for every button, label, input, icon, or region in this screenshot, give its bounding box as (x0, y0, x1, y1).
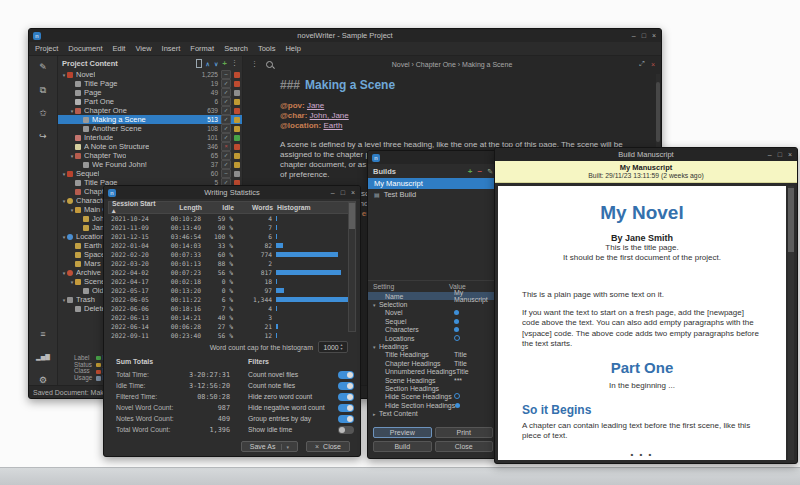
menu-item-view[interactable]: View (135, 44, 151, 53)
include-checkbox[interactable]: ✓ (221, 106, 231, 115)
documents-icon[interactable]: ⧉ (40, 85, 46, 95)
meta-value[interactable]: Earth (323, 121, 342, 130)
column-header-length[interactable]: Length (160, 204, 206, 211)
stats-row[interactable]: 2022-06-1400:06:2827 %21 (108, 322, 356, 331)
setting-row[interactable]: Hide Section Headings (368, 401, 498, 409)
stats-row[interactable]: 2022-02-2000:07:3360 %774 (108, 250, 356, 259)
tree-item[interactable]: Another Scene108✓ (58, 124, 242, 133)
stats-row[interactable]: 2022-06-1300:14:2140 %3 (108, 313, 356, 322)
meta-value[interactable]: John, Jane (310, 111, 349, 120)
tree-item[interactable]: Page49✓ (58, 88, 242, 97)
stats-close-button[interactable]: ×Close (306, 441, 350, 452)
column-header-idle[interactable]: Idle (206, 204, 237, 211)
tree-item[interactable]: Making a Scene513✓ (58, 115, 242, 124)
preview-titlebar[interactable]: Build Manuscript – □ × (495, 148, 797, 161)
star-icon[interactable]: ✩ (39, 108, 47, 118)
setting-row[interactable]: Chapter HeadingsTitle (368, 359, 498, 367)
setting-row[interactable]: Hide Scene Headings (368, 393, 498, 401)
setting-row[interactable]: ▾Headings (368, 342, 498, 350)
stats-row[interactable]: 2022-09-1100:23:4056 %12 (108, 331, 356, 340)
move-down-icon[interactable]: ∨ (214, 60, 218, 67)
add-build-icon[interactable]: + (468, 167, 473, 176)
include-checkbox[interactable]: ✓ (221, 88, 231, 97)
edit-icon[interactable]: ✎ (39, 62, 47, 72)
save-as-button[interactable]: Save As▾ (241, 441, 298, 452)
build-button[interactable]: Build (373, 441, 432, 452)
bookmark-icon[interactable] (196, 59, 202, 68)
remove-build-icon[interactable]: − (477, 167, 482, 176)
include-checkbox[interactable]: ✓ (221, 124, 231, 133)
minimize-button[interactable]: – (632, 29, 636, 42)
expand-icon[interactable]: ⤢ (639, 60, 645, 68)
close-button[interactable]: × (788, 148, 792, 161)
tree-item[interactable]: Title Page19✓ (58, 79, 242, 88)
export-icon[interactable]: ↪ (39, 131, 47, 141)
move-up-icon[interactable]: ∧ (206, 60, 210, 67)
include-checkbox[interactable]: ✓ (221, 160, 231, 169)
tree-item[interactable]: ▾Novel1,225– (58, 70, 242, 79)
settings-icon[interactable]: ⚙ (39, 375, 47, 385)
stats-row[interactable]: 2022-06-0500:11:226 %1,344 (108, 295, 356, 304)
column-header-session-start[interactable]: Session Start ▴ (109, 200, 160, 215)
include-checkbox[interactable]: – (221, 169, 231, 178)
setting-row[interactable]: NameMy Manuscript (368, 292, 498, 300)
minimize-button[interactable]: – (331, 186, 335, 199)
close-button[interactable]: Close (435, 441, 494, 452)
histogram-cap-spinbox[interactable]: 1000 ▴▾ (318, 341, 348, 353)
menu-item-insert[interactable]: Insert (162, 44, 181, 53)
edit-build-icon[interactable]: ✎ (487, 168, 493, 176)
stats-scrollbar[interactable] (348, 202, 356, 332)
setting-row[interactable]: Sequel (368, 317, 498, 325)
menu-item-search[interactable]: Search (224, 44, 248, 53)
tree-item[interactable]: ▾Chapter Two65✓ (58, 151, 242, 160)
build-list-item[interactable]: My Manuscript (368, 178, 498, 189)
include-checkbox[interactable]: – (221, 70, 231, 79)
panel-menu-icon[interactable]: ⋮ (231, 59, 238, 67)
menu-item-document[interactable]: Document (68, 44, 102, 53)
stats-row[interactable]: 2022-03-2000:01:1388 %2 (108, 259, 356, 268)
toggle-group-entries-by-day[interactable] (338, 415, 354, 423)
stats-row[interactable]: 2022-04-0200:07:2356 %817 (108, 268, 356, 277)
include-checkbox[interactable]: ✓ (221, 115, 231, 124)
include-checkbox[interactable]: ✓ (221, 79, 231, 88)
setting-row[interactable]: Section Headings (368, 384, 498, 392)
menu-item-edit[interactable]: Edit (113, 44, 126, 53)
menu-item-tools[interactable]: Tools (258, 44, 276, 53)
setting-row[interactable]: Title HeadingsTitle (368, 351, 498, 359)
close-button[interactable]: × (652, 29, 656, 42)
minimize-button[interactable]: – (768, 148, 772, 161)
manuscript-preview[interactable]: My Novel By Jane Smith This is the title… (498, 186, 786, 460)
spinbox-arrows-icon[interactable]: ▴▾ (341, 343, 343, 351)
stats-table-header[interactable]: Session Start ▴LengthIdleWordsHistogram (108, 201, 356, 214)
toggle-hide-zero-word-count[interactable] (338, 393, 354, 401)
tree-item[interactable]: Part One6✓ (58, 97, 242, 106)
stats-row[interactable]: 2022-06-0600:18:167 %4 (108, 304, 356, 313)
maximize-button[interactable]: □ (778, 148, 782, 161)
outline-icon[interactable]: ≡ (40, 329, 45, 339)
column-header-histogram[interactable]: Histogram (277, 204, 355, 211)
menu-item-help[interactable]: Help (285, 44, 300, 53)
stats-row[interactable]: 2021-11-0900:13:4990 %7 (108, 223, 356, 232)
setting-row[interactable]: Novel (368, 309, 498, 317)
include-checkbox[interactable]: ✓ (221, 133, 231, 142)
setting-row[interactable]: Characters (368, 326, 498, 334)
close-button[interactable]: × (351, 186, 355, 199)
menu-item-format[interactable]: Format (190, 44, 214, 53)
toggle-show-idle-time[interactable] (338, 426, 354, 434)
maximize-button[interactable]: □ (341, 186, 345, 199)
setting-row[interactable]: Scene Headings*** (368, 376, 498, 384)
builds-titlebar[interactable]: n (368, 151, 498, 164)
tree-item[interactable]: A Note on Structure346× (58, 142, 242, 151)
toggle-count-note-files[interactable] (338, 382, 354, 390)
preview-button[interactable]: Preview (373, 427, 432, 438)
stats-row[interactable]: 2022-01-0400:14:0333 %82 (108, 241, 356, 250)
column-header-words[interactable]: Words (237, 204, 277, 211)
stats-icon[interactable]: ▂▅▇ (36, 352, 50, 362)
main-titlebar[interactable]: n novelWriter - Sample Project – □ × (29, 29, 661, 42)
stats-row[interactable]: 2021-10-2400:10:2859 %4 (108, 214, 356, 223)
include-checkbox[interactable]: × (221, 142, 231, 151)
search-icon[interactable] (266, 61, 273, 68)
toggle-hide-negative-word-count[interactable] (338, 404, 354, 412)
menu-item-project[interactable]: Project (35, 44, 58, 53)
save-as-dropdown-icon[interactable]: ▾ (281, 444, 289, 450)
